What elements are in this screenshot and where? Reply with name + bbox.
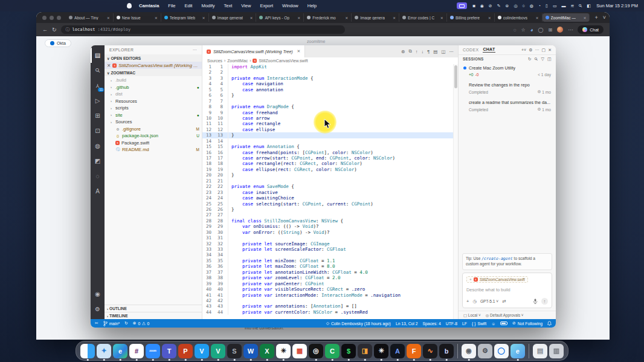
indentation[interactable]: Spaces: 4 [423, 322, 441, 326]
dock-trash-icon[interactable]: ▥ [549, 344, 564, 358]
dock-swoosh-app-icon[interactable]: ∿ [423, 344, 437, 358]
dock-vscode-icon[interactable]: V [195, 344, 209, 358]
settings-gear-icon[interactable]: ⚙ [529, 48, 532, 53]
add-context-icon[interactable]: + [469, 277, 472, 282]
close-tab-icon[interactable]: ✕ [155, 16, 158, 20]
collections-icon[interactable]: ⊞ [549, 27, 553, 33]
layout-icon[interactable]: ◫ [547, 57, 552, 62]
expand-icon[interactable]: ▢ [542, 48, 546, 53]
dock-downloads-stack-icon[interactable]: ▤ [533, 344, 547, 358]
browser-tab[interactable]: Telegram Web✕ [161, 13, 209, 22]
activity-azure-icon[interactable]: A [91, 184, 105, 199]
spotlight-icon[interactable]: ⚲ [578, 3, 584, 8]
refresh-icon[interactable]: ↻ [52, 27, 57, 33]
activity-run-debug-icon[interactable]: ▷ [91, 93, 105, 108]
browser-tab[interactable]: New Issue✕ [114, 13, 161, 22]
approvals-selector[interactable]: ◎ Default Approvals ˅ [486, 313, 524, 318]
breadcrumb-segment[interactable]: Sources [207, 59, 222, 63]
compare-icon[interactable]: ⊛ [401, 49, 405, 54]
activity-source-control-icon[interactable]: Y11 [91, 78, 105, 93]
browser-tab[interactable]: Billing prefere✕ [447, 13, 495, 22]
dock-compass-app-icon[interactable]: ✦ [97, 344, 111, 358]
copilot-chat-button[interactable]: Chat [578, 25, 604, 34]
camera-icon[interactable]: ⌾ [523, 4, 525, 8]
tab-search-chevron-icon[interactable]: ˅ [603, 15, 606, 21]
dock-edge-browser-icon[interactable]: e [113, 344, 127, 358]
more-icon[interactable]: ⋯ [535, 48, 539, 53]
breadcrumb-segment[interactable]: ZoomItMac [227, 59, 248, 63]
browser-tab[interactable]: Image generat✕ [209, 13, 257, 22]
menubar-clock[interactable]: Sun Mar 15 2:19 PM [596, 3, 638, 8]
browser-tab[interactable]: About — Tiny✕ [66, 13, 114, 22]
window-traffic-lights[interactable] [42, 16, 61, 20]
swap-icon[interactable]: ⇄ [502, 299, 506, 304]
address-bar[interactable]: ⓘ localhost:4321/#deploy [61, 25, 345, 34]
new-chat-icon[interactable]: +˅ [521, 48, 526, 53]
context-file-chip[interactable]: + s StillZoomCanvasView.swift [466, 276, 528, 283]
eol[interactable]: LF [462, 322, 467, 326]
close-tab-icon[interactable]: ✕ [393, 16, 396, 20]
bell-icon[interactable] [547, 321, 552, 326]
okta-chip[interactable]: Okta [45, 39, 71, 47]
close-tab-icon[interactable]: ✕ [107, 16, 110, 20]
tab-codex[interactable]: CODEX [463, 48, 478, 52]
activity-search-icon[interactable]: ⚲ [91, 63, 105, 78]
tree-item-package-lock-json[interactable]: {}package-lock.jsonU [105, 132, 202, 140]
activity-accounts-icon[interactable]: ◉ [91, 286, 105, 302]
globe-icon[interactable]: ◍ [530, 4, 533, 8]
apple-logo-icon[interactable] [127, 3, 132, 8]
dock-zoom-icon[interactable]: zoom [146, 344, 160, 358]
copy-icon[interactable]: ⧉ [408, 48, 411, 54]
session-item-3[interactable]: create a readme that summarizes the da..… [459, 97, 556, 115]
favorite-star-icon[interactable]: ☆ [521, 27, 526, 33]
close-panel-icon[interactable]: ✕ [548, 48, 552, 53]
close-tab-icon[interactable]: ✕ [297, 16, 300, 20]
refresh-sessions-icon[interactable]: ↻ [528, 57, 532, 62]
browser-tab[interactable]: API keys - Op✕ [256, 13, 304, 22]
menu-item-export[interactable]: Export [260, 3, 273, 8]
dock-bot-app-icon[interactable]: ◉ [462, 344, 476, 358]
app-switcher-icon[interactable]: ◙ [472, 4, 475, 8]
browser-tab[interactable]: Image genera✕ [352, 13, 399, 22]
new-tab-button[interactable]: + [594, 15, 597, 21]
dock-dark-s-app-icon[interactable]: S [227, 344, 242, 358]
open-editors-section[interactable]: ∨ OPEN EDITORS [105, 54, 202, 62]
grid-icon[interactable]: ⊜ [506, 4, 509, 8]
close-editor-icon[interactable]: ✕ [107, 63, 111, 68]
activity-remote-explorer-icon[interactable]: ⊡ [91, 123, 105, 138]
dock-word-icon[interactable]: W [243, 344, 258, 358]
encoding[interactable]: UTF-8 [446, 322, 457, 326]
close-tab-icon[interactable]: ✕ [202, 16, 205, 20]
dock-excel-icon[interactable]: X [260, 344, 274, 358]
activity-chat-extension-icon[interactable]: ◌ [91, 169, 105, 184]
control-center-icon[interactable]: ◧ [587, 4, 591, 8]
editor-scrollbar[interactable] [453, 64, 458, 319]
dock-b-app-icon[interactable]: b [439, 344, 454, 358]
dock-teams-icon[interactable]: T [162, 344, 176, 358]
dock-system-settings-icon[interactable]: ⚙ [478, 344, 492, 358]
menu-item-file[interactable]: File [168, 3, 175, 8]
prompt-input[interactable]: Describe what to build [466, 287, 548, 293]
tree-item-resources[interactable]: ›Resources [105, 98, 202, 105]
tv-icon[interactable]: ▭ [553, 4, 557, 8]
session-item-1[interactable]: Create Mac Zoom Utility+0-0< 1 day [459, 63, 556, 80]
alarm-icon[interactable]: ◎ [514, 4, 517, 8]
tree-item-readme-md[interactable]: ⓘREADME.mdM [105, 146, 202, 154]
close-tab-icon[interactable]: ✕ [488, 16, 491, 20]
scrollbar-thumb[interactable] [454, 65, 457, 88]
back-icon[interactable]: ← [42, 27, 48, 33]
dock-f-app-icon[interactable]: F [407, 344, 421, 358]
problems-indicator[interactable]: ⊗ 0 △ 0 [133, 321, 150, 326]
dock-grid-app-icon[interactable]: ▦ [292, 344, 307, 358]
close-tab-icon[interactable]: ✕ [536, 16, 539, 20]
prompt-input-card[interactable]: + s StillZoomCanvasView.swift Describe w… [462, 273, 552, 308]
cursor-position[interactable]: Ln 13, Col 2 [396, 322, 418, 326]
dock-powerpoint-icon[interactable]: P [178, 344, 193, 358]
close-tab-icon[interactable]: ✕ [297, 49, 301, 54]
minimize-window-icon[interactable] [50, 16, 54, 20]
code-editor[interactable]: 11import AppKit2233private enum Interact… [202, 64, 458, 319]
site-info-icon[interactable]: ⓘ [66, 27, 70, 33]
menu-item-view[interactable]: View [241, 3, 251, 8]
menu-item-window[interactable]: Window [282, 3, 298, 8]
open-editor-item[interactable]: ✕ s StillZoomCanvasView.swift (Working T… [105, 62, 202, 69]
